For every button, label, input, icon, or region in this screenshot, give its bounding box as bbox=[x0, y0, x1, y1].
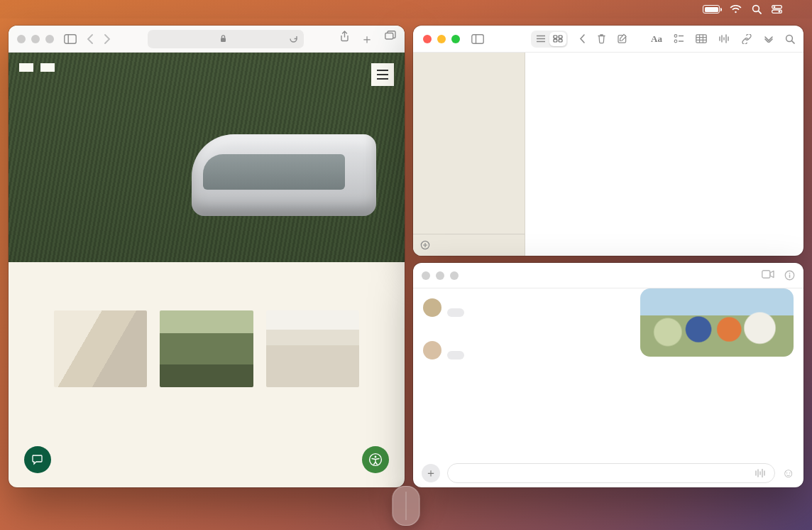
accessibility-fab[interactable] bbox=[362, 446, 389, 473]
safari-window: ＋ bbox=[9, 26, 405, 487]
accommodation-card[interactable] bbox=[54, 310, 147, 387]
compose-icon[interactable] bbox=[618, 33, 628, 44]
share-icon[interactable] bbox=[340, 31, 349, 48]
sidebar-icon[interactable] bbox=[64, 34, 77, 44]
accommodation-card[interactable] bbox=[160, 310, 253, 387]
svg-point-5 bbox=[779, 11, 781, 13]
fullscreen-button[interactable] bbox=[451, 35, 460, 43]
chat-fab[interactable] bbox=[24, 446, 51, 473]
svg-point-22 bbox=[674, 35, 677, 38]
add-attachment-button[interactable]: ＋ bbox=[422, 464, 440, 482]
notes-window: Aa bbox=[413, 26, 803, 256]
svg-rect-12 bbox=[472, 34, 483, 43]
delete-icon[interactable] bbox=[597, 33, 606, 44]
fullscreen-button[interactable] bbox=[450, 271, 459, 280]
notes-sidebar bbox=[413, 53, 525, 256]
checklist-icon[interactable] bbox=[674, 34, 684, 43]
svg-rect-18 bbox=[559, 36, 562, 38]
accommodation-card[interactable] bbox=[266, 310, 359, 387]
svg-rect-20 bbox=[559, 39, 562, 42]
book-now-button[interactable] bbox=[40, 63, 55, 72]
site-hero bbox=[9, 53, 405, 262]
svg-point-38 bbox=[789, 273, 791, 274]
battery-icon[interactable] bbox=[703, 5, 720, 13]
close-button[interactable] bbox=[423, 35, 432, 43]
new-tab-icon[interactable]: ＋ bbox=[361, 31, 373, 48]
search-icon[interactable] bbox=[785, 34, 795, 44]
control-center-icon[interactable] bbox=[772, 5, 782, 13]
dock-separator bbox=[406, 492, 407, 520]
site-logo[interactable] bbox=[19, 63, 33, 72]
svg-rect-36 bbox=[762, 271, 770, 278]
lock-icon bbox=[220, 35, 226, 43]
message-bubble[interactable] bbox=[447, 308, 464, 317]
plus-circle-icon bbox=[420, 240, 430, 250]
close-button[interactable] bbox=[17, 35, 26, 43]
svg-point-11 bbox=[375, 456, 377, 458]
menubar bbox=[0, 0, 812, 18]
message-bubble[interactable] bbox=[447, 351, 464, 359]
table-icon[interactable] bbox=[696, 34, 707, 43]
safari-toolbar: ＋ bbox=[9, 26, 405, 53]
link-icon[interactable] bbox=[741, 34, 752, 44]
video-call-icon[interactable] bbox=[762, 270, 774, 281]
grid-view-icon[interactable] bbox=[549, 32, 566, 46]
svg-rect-9 bbox=[385, 33, 393, 39]
format-icon[interactable]: Aa bbox=[651, 33, 662, 45]
view-mode-toggle[interactable] bbox=[531, 31, 568, 48]
svg-rect-19 bbox=[554, 39, 557, 42]
compose-bar: ＋ ☺ bbox=[413, 459, 803, 487]
messages-window: ＋ ☺ bbox=[413, 263, 803, 487]
svg-point-4 bbox=[774, 6, 776, 8]
svg-rect-6 bbox=[65, 34, 76, 43]
back-button[interactable] bbox=[87, 34, 94, 44]
svg-line-1 bbox=[758, 11, 761, 13]
reload-icon[interactable] bbox=[289, 34, 298, 43]
hero-trailer-image bbox=[192, 134, 376, 216]
audio-icon[interactable] bbox=[718, 34, 730, 43]
svg-rect-8 bbox=[221, 38, 226, 42]
avatar[interactable] bbox=[423, 298, 441, 317]
wifi-icon[interactable] bbox=[730, 5, 742, 13]
minimize-button[interactable] bbox=[436, 271, 444, 280]
back-button[interactable] bbox=[579, 34, 586, 43]
tabs-icon[interactable] bbox=[385, 31, 396, 48]
close-button[interactable] bbox=[422, 271, 430, 280]
photo-message[interactable] bbox=[640, 288, 794, 357]
emoji-picker-icon[interactable]: ☺ bbox=[782, 466, 795, 481]
more-icon[interactable] bbox=[764, 36, 774, 43]
address-bar[interactable] bbox=[148, 30, 304, 48]
sidebar-toggle-icon[interactable] bbox=[471, 34, 484, 44]
new-folder-button[interactable] bbox=[413, 234, 525, 256]
minimize-button[interactable] bbox=[437, 35, 446, 43]
fullscreen-button[interactable] bbox=[45, 35, 54, 43]
message-thread[interactable] bbox=[413, 288, 803, 459]
audio-wave-icon[interactable] bbox=[755, 469, 766, 477]
svg-line-32 bbox=[792, 40, 795, 43]
svg-rect-17 bbox=[554, 36, 557, 38]
list-view-icon[interactable] bbox=[532, 32, 549, 46]
site-menu-button[interactable] bbox=[371, 63, 394, 86]
dock bbox=[393, 486, 420, 526]
forward-button[interactable] bbox=[104, 34, 111, 44]
minimize-button[interactable] bbox=[31, 35, 40, 43]
message-input[interactable] bbox=[447, 463, 775, 483]
info-icon[interactable] bbox=[784, 270, 795, 281]
avatar[interactable] bbox=[423, 341, 441, 359]
svg-rect-26 bbox=[696, 35, 706, 43]
spotlight-icon[interactable] bbox=[752, 4, 762, 14]
svg-point-24 bbox=[674, 40, 677, 43]
note-editor[interactable] bbox=[525, 53, 803, 256]
